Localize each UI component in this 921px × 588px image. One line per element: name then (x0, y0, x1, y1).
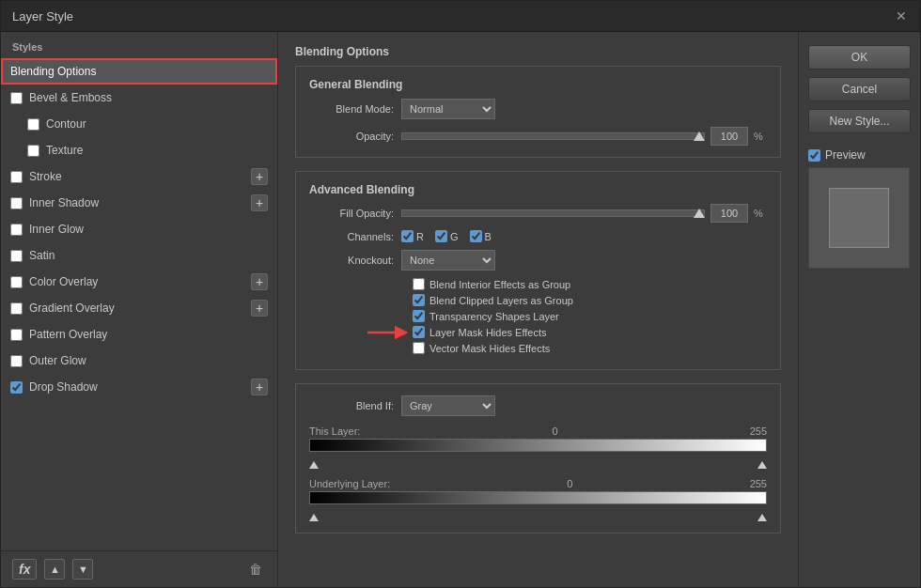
sidebar-item-bevel-emboss[interactable]: Bevel & Emboss (1, 85, 277, 111)
underlying-layer-track[interactable] (309, 491, 767, 504)
sidebar-item-texture[interactable]: Texture (1, 137, 277, 163)
new-style-button[interactable]: New Style... (808, 109, 911, 133)
gradient-overlay-add-button[interactable]: + (251, 300, 268, 317)
sidebar-item-gradient-overlay[interactable]: Gradient Overlay + (1, 295, 277, 321)
sidebar-item-label: Inner Glow (29, 223, 268, 236)
fill-opacity-pct: % (754, 208, 767, 219)
blend-interior-checkbox[interactable] (413, 278, 425, 290)
blend-if-label: Blend If: (309, 400, 394, 411)
this-layer-min: 0 (552, 426, 557, 437)
channels-group: R G B (401, 230, 492, 242)
transparency-shapes-checkbox[interactable] (413, 310, 425, 322)
sidebar-item-inner-glow[interactable]: Inner Glow (1, 216, 277, 242)
sidebar-item-outer-glow[interactable]: Outer Glow (1, 348, 277, 374)
move-down-button[interactable]: ▼ (72, 559, 93, 580)
underlying-layer-thumb-right[interactable] (757, 514, 767, 521)
cancel-button[interactable]: Cancel (808, 77, 911, 101)
layer-mask-hides-label: Layer Mask Hides Effects (429, 327, 547, 338)
inner-glow-checkbox[interactable] (10, 224, 23, 236)
ok-button[interactable]: OK (808, 45, 911, 70)
this-layer-slider (309, 439, 767, 452)
vector-mask-hides-checkbox[interactable] (413, 342, 425, 354)
contour-checkbox[interactable] (27, 118, 39, 131)
sidebar-item-label: Bevel & Emboss (29, 91, 268, 104)
channel-b-checkbox[interactable] (470, 230, 482, 242)
channel-r-checkbox[interactable] (401, 230, 414, 242)
this-layer-label: This Layer: (309, 426, 360, 437)
sidebar-item-label: Texture (46, 144, 268, 157)
fill-opacity-slider[interactable] (401, 207, 705, 220)
fill-opacity-track (401, 209, 705, 217)
preview-checkbox[interactable] (808, 149, 820, 162)
title-bar: Layer Style ✕ (1, 1, 920, 32)
opacity-slider[interactable] (401, 130, 705, 143)
this-layer-thumb-left[interactable] (309, 461, 319, 469)
inner-shadow-add-button[interactable]: + (251, 194, 268, 211)
bevel-emboss-checkbox[interactable] (10, 92, 23, 104)
sidebar-item-drop-shadow[interactable]: Drop Shadow + (1, 374, 277, 400)
sidebar-item-satin[interactable]: Satin (1, 242, 277, 269)
sidebar-item-contour[interactable]: Contour (1, 111, 277, 137)
fill-opacity-input[interactable] (710, 204, 748, 223)
this-layer-thumbs (309, 461, 767, 469)
sidebar-item-color-overlay[interactable]: Color Overlay + (1, 269, 277, 295)
channel-g-checkbox[interactable] (435, 230, 447, 242)
channel-b-label: B (485, 231, 492, 242)
underlying-layer-thumbs (309, 514, 767, 521)
close-button[interactable]: ✕ (894, 8, 909, 23)
styles-header: Styles (1, 32, 277, 58)
opacity-thumb (694, 132, 705, 141)
gradient-overlay-checkbox[interactable] (10, 302, 23, 315)
stroke-add-button[interactable]: + (251, 168, 268, 185)
dialog-body: Styles Blending Options Bevel & Emboss C… (1, 32, 920, 587)
pattern-overlay-checkbox[interactable] (10, 329, 23, 341)
sidebar-item-label: Stroke (29, 170, 251, 183)
opacity-input[interactable] (710, 127, 748, 146)
blend-mode-select[interactable]: Normal Dissolve Multiply Screen Overlay (401, 99, 495, 119)
drop-shadow-checkbox[interactable] (10, 381, 23, 394)
knockout-row: Knockout: None Shallow Deep (309, 250, 767, 271)
annotation-arrow (366, 323, 408, 342)
stroke-checkbox[interactable] (10, 171, 23, 183)
sidebar-item-inner-shadow[interactable]: Inner Shadow + (1, 190, 277, 216)
delete-button[interactable]: 🗑 (245, 559, 266, 580)
color-overlay-add-button[interactable]: + (251, 273, 268, 290)
sidebar-item-label: Drop Shadow (29, 380, 251, 394)
underlying-layer-slider (309, 491, 767, 504)
preview-label: Preview (825, 148, 866, 162)
drop-shadow-add-button[interactable]: + (251, 379, 268, 395)
channel-g-label: G (450, 231, 459, 242)
this-layer-group: This Layer: 0 255 (309, 426, 767, 469)
preview-section: Preview (808, 148, 911, 269)
blend-if-channel-select[interactable]: Gray Red Green Blue (401, 395, 495, 416)
inner-shadow-checkbox[interactable] (10, 197, 23, 209)
satin-checkbox[interactable] (10, 250, 23, 262)
fx-button[interactable]: fx (12, 559, 37, 580)
this-layer-track[interactable] (309, 439, 767, 452)
channel-r-item: R (401, 230, 424, 242)
outer-glow-checkbox[interactable] (10, 355, 23, 367)
transparency-shapes-label: Transparency Shapes Layer (429, 311, 559, 322)
underlying-layer-thumb-left[interactable] (309, 514, 319, 521)
sidebar-item-pattern-overlay[interactable]: Pattern Overlay (1, 321, 277, 348)
underlying-layer-min: 0 (567, 478, 572, 489)
sidebar-item-label: Satin (29, 249, 268, 262)
sidebar-item-label: Outer Glow (29, 354, 268, 367)
preview-label-row: Preview (808, 148, 866, 162)
blend-mode-row: Blend Mode: Normal Dissolve Multiply Scr… (309, 99, 767, 119)
center-panel: Blending Options General Blending Blend … (278, 32, 798, 587)
blend-clipped-checkbox[interactable] (413, 294, 425, 306)
preview-square (829, 188, 889, 248)
blend-interior-row: Blend Interior Effects as Group (413, 278, 767, 290)
general-blending-title: General Blending (309, 78, 767, 91)
sidebar-item-stroke[interactable]: Stroke + (1, 163, 277, 190)
advanced-blending-title: Advanced Blending (309, 183, 767, 196)
color-overlay-checkbox[interactable] (10, 276, 23, 288)
knockout-select[interactable]: None Shallow Deep (401, 250, 495, 271)
move-up-button[interactable]: ▲ (44, 559, 65, 580)
this-layer-thumb-right[interactable] (757, 461, 767, 469)
sidebar-item-blending-options[interactable]: Blending Options (1, 58, 277, 85)
left-panel: Styles Blending Options Bevel & Emboss C… (1, 32, 278, 587)
layer-mask-hides-checkbox[interactable] (413, 326, 425, 338)
texture-checkbox[interactable] (27, 145, 39, 157)
